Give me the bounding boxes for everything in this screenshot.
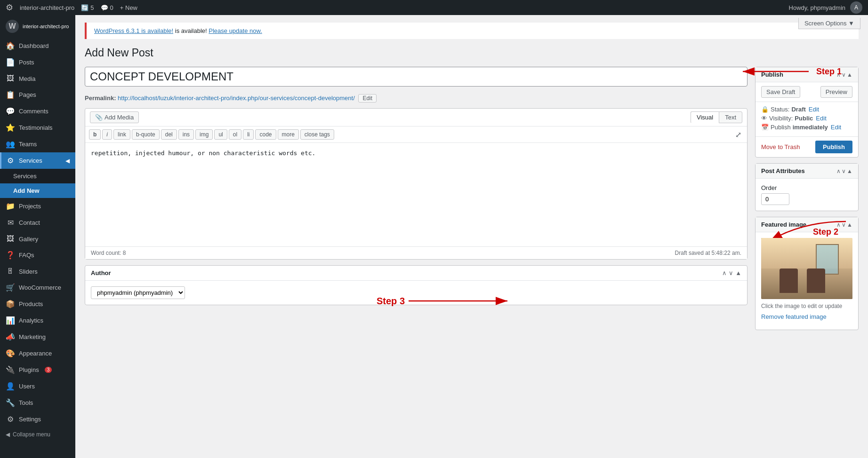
sidebar-item-add-new[interactable]: Add New — [0, 183, 75, 198]
toolbar-btn-bquote[interactable]: b-quote — [132, 129, 160, 140]
remove-featured-image-link[interactable]: Remove featured image — [761, 313, 827, 320]
author-collapse-close[interactable]: ▲ — [735, 269, 741, 276]
sidebar-item-sliders[interactable]: 🎚 Sliders — [0, 263, 75, 279]
author-select[interactable]: phpmyadmin (phpmyadmin) — [91, 286, 185, 299]
feat-img-up[interactable]: ∧ — [836, 221, 841, 228]
testimonials-icon: ⭐ — [6, 123, 15, 132]
preview-button[interactable]: Preview — [820, 86, 852, 98]
sidebar-item-teams[interactable]: 👥 Teams — [0, 136, 75, 152]
update-notice-text: WordPress 6.3.1 is available! is availab… — [94, 27, 262, 34]
sidebar-label-teams: Teams — [19, 141, 37, 148]
comments-icon[interactable]: 💬 0 — [101, 4, 113, 11]
sidebar-label-faqs: FAQs — [19, 252, 34, 259]
sidebar-item-products[interactable]: 📦 Products — [0, 296, 75, 312]
tab-text[interactable]: Text — [719, 111, 742, 123]
updates-icon[interactable]: 🔄 5 — [81, 4, 94, 11]
publish-down-arrow[interactable]: ∨ — [842, 71, 846, 78]
toolbar-btn-more[interactable]: more — [278, 129, 299, 140]
sidebar-item-settings[interactable]: ⚙ Settings — [0, 411, 75, 427]
sidebar-item-analytics[interactable]: 📊 Analytics — [0, 312, 75, 329]
sidebar-item-marketing[interactable]: 📣 Marketing — [0, 329, 75, 345]
sidebar-item-dashboard[interactable]: 🏠 Dashboard — [0, 38, 75, 54]
services-icon: ⚙ — [6, 156, 15, 165]
toolbar-btn-ol[interactable]: ol — [229, 129, 241, 140]
post-attr-close[interactable]: ▲ — [847, 168, 852, 174]
post-attributes-header[interactable]: Post Attributes ∧ ∨ ▲ — [755, 164, 858, 179]
toolbar-btn-code[interactable]: code — [255, 129, 276, 140]
sidebar-item-woocommerce[interactable]: 🛒 WooCommerce — [0, 279, 75, 296]
sidebar-item-testimonials[interactable]: ⭐ Testimonials — [0, 119, 75, 136]
feat-img-close[interactable]: ▲ — [847, 221, 852, 228]
toolbar-btn-close-tags[interactable]: close tags — [300, 129, 334, 140]
toolbar-btn-ins[interactable]: ins — [178, 129, 194, 140]
sidebar-item-contact[interactable]: ✉ Contact — [0, 214, 75, 231]
sidebar-label-tools: Tools — [19, 399, 33, 406]
tab-visual[interactable]: Visual — [691, 111, 719, 123]
publish-button[interactable]: Publish — [815, 141, 852, 153]
status-edit-link[interactable]: Edit — [809, 106, 819, 113]
order-input[interactable] — [761, 193, 789, 205]
editor-toolbar: b i link b-quote del ins img ul ol li co… — [85, 126, 747, 143]
sidebar-item-posts[interactable]: 📄 Posts — [0, 54, 75, 71]
sidebar-item-faqs[interactable]: ❓ FAQs — [0, 247, 75, 263]
sidebar-item-users[interactable]: 👤 Users — [0, 378, 75, 395]
toolbar-btn-del[interactable]: del — [161, 129, 177, 140]
site-name[interactable]: interior-architect-pro — [20, 4, 74, 11]
draft-saved: Draft saved at 5:48:22 am. — [675, 250, 741, 256]
sidebar-item-services[interactable]: ⚙ Services ◀ — [0, 152, 75, 169]
collapse-menu[interactable]: ◀ Collapse menu — [0, 427, 75, 442]
visibility-edit-link[interactable]: Edit — [816, 115, 826, 122]
update-notice-version-link[interactable]: WordPress 6.3.1 is available! — [94, 27, 173, 34]
toolbar-btn-i[interactable]: i — [102, 129, 112, 140]
screen-options-button[interactable]: Screen Options ▼ — [798, 18, 860, 29]
tools-icon: 🔧 — [6, 398, 15, 407]
toolbar-btn-li[interactable]: li — [243, 129, 254, 140]
sidebar-item-appearance[interactable]: 🎨 Appearance — [0, 345, 75, 362]
toolbar-btn-ul[interactable]: ul — [214, 129, 227, 140]
editor-content-area[interactable]: repetition, injected humour, or non char… — [85, 143, 747, 246]
save-draft-button[interactable]: Save Draft — [761, 86, 800, 98]
toolbar-btn-img[interactable]: img — [195, 129, 213, 140]
add-media-button[interactable]: 📎 Add Media — [90, 111, 139, 123]
permalink-edit-button[interactable]: Edit — [358, 94, 377, 103]
toolbar-btn-b[interactable]: b — [89, 129, 101, 140]
site-name-sidebar: interior-architect-pro — [23, 24, 69, 29]
sidebar-item-projects[interactable]: 📁 Projects — [0, 198, 75, 214]
post-attr-down[interactable]: ∨ — [842, 168, 846, 174]
post-title-input[interactable] — [85, 67, 747, 87]
publish-title: Publish — [761, 71, 783, 78]
toolbar-btn-link[interactable]: link — [113, 129, 130, 140]
toolbar-expand-button[interactable]: ⤢ — [733, 130, 743, 139]
publish-close-arrow[interactable]: ▲ — [847, 71, 852, 78]
word-count: Word count: 8 — [91, 250, 126, 256]
publish-up-arrow[interactable]: ∧ — [836, 71, 841, 78]
marketing-icon: 📣 — [6, 332, 15, 341]
author-collapse-up[interactable]: ∧ — [722, 269, 727, 276]
publish-metabox-header[interactable]: Publish ∧ ∨ ▲ — [755, 67, 858, 82]
sidebar-item-services-all[interactable]: Services — [0, 169, 75, 183]
sidebar-item-tools[interactable]: 🔧 Tools — [0, 395, 75, 411]
sidebar-item-pages[interactable]: 📋 Pages — [0, 87, 75, 103]
author-metabox-header[interactable]: Author ∧ ∨ ▲ — [85, 266, 747, 281]
featured-image-controls: ∧ ∨ ▲ — [836, 221, 852, 228]
featured-image-header[interactable]: Featured image ∧ ∨ ▲ — [755, 217, 858, 232]
publish-timing-edit-link[interactable]: Edit — [831, 124, 841, 131]
sidebar-item-plugins[interactable]: 🔌 Plugins 3 — [0, 362, 75, 378]
move-to-trash-link[interactable]: Move to Trash — [761, 143, 800, 150]
services-submenu: Services Add New — [0, 169, 75, 198]
main-content: WordPress 6.3.1 is available! is availab… — [75, 15, 868, 458]
sidebar-item-comments[interactable]: 💬 Comments — [0, 103, 75, 119]
feat-img-down[interactable]: ∨ — [842, 221, 846, 228]
author-collapse-down[interactable]: ∨ — [729, 269, 733, 276]
post-attr-up[interactable]: ∧ — [836, 168, 841, 174]
sidebar-item-media[interactable]: 🖼 Media — [0, 71, 75, 87]
sidebar-item-gallery[interactable]: 🖼 Gallery — [0, 231, 75, 247]
permalink-url[interactable]: http://localhost/luzuk/interior-architec… — [118, 95, 355, 102]
author-metabox-controls: ∧ ∨ ▲ — [722, 269, 741, 276]
update-notice-update-link[interactable]: Please update now. — [209, 27, 262, 34]
new-button[interactable]: + New — [120, 4, 137, 11]
publish-timing: immediately — [793, 124, 828, 131]
featured-image-thumbnail[interactable] — [761, 238, 852, 299]
wp-logo-icon[interactable]: ⚙ — [6, 2, 13, 13]
editor-view-tabs: Visual Text — [691, 111, 742, 123]
